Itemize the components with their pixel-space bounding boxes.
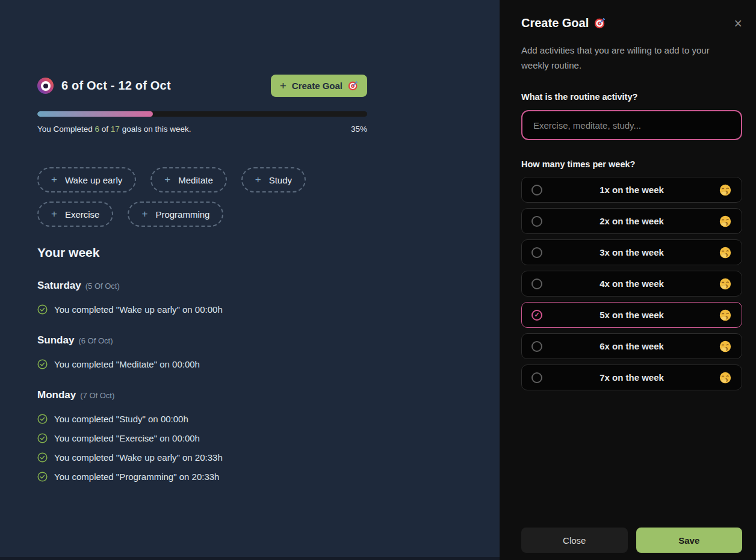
day-heading: Sunday (6 Of Oct): [37, 334, 367, 346]
progress-summary-suffix: goals on this week.: [120, 125, 191, 134]
activity-chip-label: Wake up early: [65, 175, 122, 185]
completed-goal-text: You completed "Programming" on 20:33h: [54, 472, 219, 482]
frequency-option-label: 4x on the week: [522, 278, 742, 289]
completed-goal-text: You completed "Study" on 00:00h: [54, 414, 188, 424]
progress-summary-prefix: You Completed: [37, 125, 95, 134]
day-section: Monday (7 Of Oct) You completed "Study" …: [37, 389, 367, 482]
frequency-option-label: 2x on the week: [522, 216, 742, 226]
cancel-button[interactable]: Close: [521, 528, 628, 553]
drawer-title-text: Create Goal: [521, 16, 589, 30]
activity-chip-label: Programming: [155, 209, 209, 220]
day-items: You completed "Wake up early" on 00:00h: [37, 304, 367, 315]
radio-icon: ✓: [531, 341, 542, 352]
plus-icon: +: [164, 174, 170, 186]
completed-goal-text: You completed "Exercise" on 00:00h: [54, 433, 200, 443]
frequency-option[interactable]: ✓ 6x on the week: [521, 333, 742, 359]
yawning-face-icon: [719, 309, 732, 322]
drawer-title: Create Goal: [521, 16, 606, 30]
yawning-face-icon: [719, 277, 732, 291]
activity-chip[interactable]: + Study: [241, 167, 306, 192]
bottom-edge-strip: [0, 557, 500, 560]
activity-chips: + Wake up early + Meditate + Study + Exe…: [37, 167, 374, 227]
radio-check-icon: ✓: [534, 311, 539, 319]
week-header: 6 of Oct - 12 of Oct + Create Goal: [37, 75, 367, 97]
plus-icon: +: [280, 79, 287, 93]
check-circle-icon: [37, 433, 48, 443]
check-circle-icon: [37, 359, 48, 369]
weekly-goals-panel: 6 of Oct - 12 of Oct + Create Goal You C…: [0, 0, 500, 560]
check-circle-icon: [37, 452, 48, 463]
completed-goal-text: You completed "Wake up early" on 20:33h: [54, 452, 223, 463]
frequency-option[interactable]: ✓ 4x on the week: [521, 271, 742, 297]
yawning-face-icon: [719, 340, 732, 353]
plus-icon: +: [141, 208, 147, 220]
frequency-option-label: 7x on the week: [522, 372, 742, 383]
frequency-option[interactable]: ✓ 3x on the week: [521, 239, 742, 265]
activity-chip-label: Exercise: [65, 209, 100, 220]
activity-chip[interactable]: + Exercise: [37, 202, 113, 227]
close-icon[interactable]: ×: [734, 17, 742, 29]
check-circle-icon: [37, 472, 48, 482]
save-button[interactable]: Save: [636, 528, 743, 553]
day-items: You completed "Study" on 00:00h You comp…: [37, 414, 367, 482]
week-progress-fill: [37, 111, 153, 117]
drawer-description: Add activities that you are willing to a…: [521, 43, 731, 73]
radio-icon: ✓: [531, 310, 542, 321]
progress-percent: 35%: [351, 125, 367, 134]
day-heading: Saturday (5 Of Oct): [37, 280, 367, 292]
target-logo-ring: [41, 81, 51, 91]
radio-icon: ✓: [531, 185, 542, 195]
radio-icon: ✓: [531, 216, 542, 227]
frequency-option[interactable]: ✓ 1x on the week: [521, 177, 742, 203]
activity-chip-label: Study: [269, 175, 292, 185]
your-week-title: Your week: [37, 245, 367, 260]
plus-icon: +: [51, 174, 57, 186]
drawer-footer: Close Save: [521, 528, 742, 553]
day-date: (7 Of Oct): [80, 391, 114, 400]
activity-chip[interactable]: + Meditate: [150, 167, 226, 192]
yawning-face-icon: [719, 183, 732, 197]
target-dart-icon: [348, 81, 358, 91]
progress-summary: You Completed 6 of 17 goals on this week…: [37, 125, 367, 134]
day-name: Monday: [37, 389, 76, 401]
day-section: Saturday (5 Of Oct) You completed "Wake …: [37, 280, 367, 315]
day-name: Sunday: [37, 334, 74, 346]
day-date: (6 Of Oct): [78, 336, 113, 345]
completed-goal-item: You completed "Exercise" on 00:00h: [37, 433, 367, 443]
frequency-option[interactable]: ✓ 7x on the week: [521, 365, 742, 390]
completed-goal-item: You completed "Wake up early" on 00:00h: [37, 304, 367, 315]
frequency-option-label: 6x on the week: [522, 341, 742, 351]
day-heading: Monday (7 Of Oct): [37, 389, 367, 401]
activity-input[interactable]: [521, 110, 742, 140]
radio-icon: ✓: [531, 372, 542, 383]
plus-icon: +: [51, 208, 57, 220]
day-items: You completed "Meditate" on 00:00h: [37, 359, 367, 369]
week-date-range: 6 of Oct - 12 of Oct: [61, 79, 171, 93]
week-progress-bar: [37, 111, 367, 117]
check-circle-icon: [37, 304, 48, 315]
completed-goal-text: You completed "Meditate" on 00:00h: [54, 359, 200, 369]
create-goal-drawer: Create Goal × Add activities that you ar…: [500, 0, 756, 560]
completed-goal-item: You completed "Programming" on 20:33h: [37, 472, 367, 482]
frequency-option-label: 1x on the week: [522, 185, 742, 195]
frequency-options: ✓ 1x on the week ✓ 2x on the week: [521, 177, 742, 396]
activity-chip[interactable]: + Programming: [128, 202, 223, 227]
create-goal-button[interactable]: + Create Goal: [271, 75, 367, 97]
yawning-face-icon: [719, 371, 732, 384]
completed-count: 6: [95, 125, 100, 134]
frequency-field-label: How many times per week?: [521, 159, 742, 169]
frequency-option[interactable]: ✓ 5x on the week: [521, 302, 742, 328]
target-logo-icon: [37, 78, 54, 94]
frequency-option[interactable]: ✓ 2x on the week: [521, 208, 742, 234]
radio-icon: ✓: [531, 247, 542, 258]
target-dart-icon: [594, 17, 606, 29]
completed-goal-item: You completed "Study" on 00:00h: [37, 414, 367, 424]
activity-field-label: What is the routine activity?: [521, 92, 742, 102]
yawning-face-icon: [719, 246, 732, 259]
completed-goal-text: You completed "Wake up early" on 00:00h: [54, 304, 223, 315]
frequency-option-label: 5x on the week: [522, 310, 742, 320]
frequency-option-label: 3x on the week: [522, 247, 742, 257]
day-name: Saturday: [37, 280, 81, 292]
completed-goal-item: You completed "Wake up early" on 20:33h: [37, 452, 367, 463]
activity-chip[interactable]: + Wake up early: [37, 167, 136, 192]
